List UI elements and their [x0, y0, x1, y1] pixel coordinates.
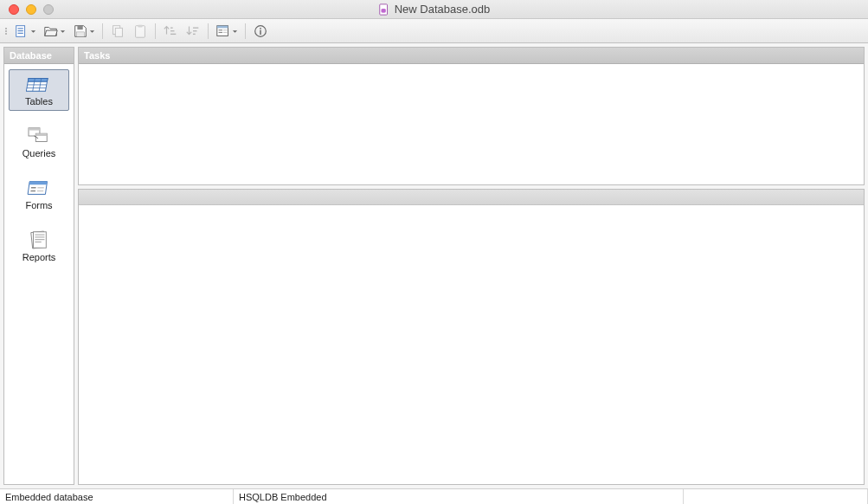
- new-button[interactable]: [11, 22, 39, 41]
- svg-rect-49: [35, 242, 41, 242]
- help-button[interactable]: [250, 22, 271, 41]
- form-icon: [215, 23, 231, 39]
- sort-desc-button: [183, 22, 203, 41]
- svg-rect-21: [219, 31, 223, 32]
- sidebar-body: Tables Queries Forms Reports: [4, 64, 74, 484]
- sidebar-item-label: Tables: [25, 96, 53, 107]
- svg-rect-19: [217, 25, 228, 28]
- sidebar-item-label: Reports: [23, 252, 56, 262]
- save-button[interactable]: [70, 22, 98, 41]
- svg-rect-23: [223, 31, 228, 32]
- svg-rect-17: [193, 33, 196, 34]
- dropdown-icon[interactable]: [232, 24, 238, 38]
- svg-rect-9: [115, 28, 122, 36]
- save-icon: [73, 23, 88, 39]
- svg-point-1: [381, 8, 385, 10]
- svg-rect-47: [35, 236, 44, 237]
- copy-button: [107, 22, 128, 41]
- info-icon: [253, 23, 268, 39]
- minimize-window-button[interactable]: [26, 4, 36, 15]
- status-spacer: [684, 489, 868, 504]
- svg-rect-15: [193, 27, 198, 28]
- sidebar-item-forms[interactable]: Forms: [9, 173, 69, 215]
- svg-rect-39: [29, 182, 48, 185]
- open-button[interactable]: [41, 22, 68, 41]
- details-header: [79, 190, 864, 205]
- svg-rect-11: [138, 24, 142, 27]
- svg-rect-28: [28, 79, 48, 82]
- main-area: Database Tables Queries Forms Reports Ta…: [0, 43, 868, 488]
- svg-point-25: [260, 27, 261, 29]
- status-db-type: Embedded database: [0, 489, 234, 504]
- paste-icon: [132, 23, 148, 39]
- tasks-header: Tasks: [79, 48, 864, 64]
- sidebar-header: Database: [4, 48, 74, 64]
- svg-rect-14: [170, 33, 176, 34]
- form-button[interactable]: [213, 22, 241, 41]
- svg-rect-40: [31, 187, 36, 188]
- reports-icon: [26, 229, 52, 250]
- svg-rect-12: [170, 27, 173, 28]
- titlebar: New Database.odb: [0, 0, 868, 19]
- svg-rect-42: [37, 187, 44, 188]
- sort-asc-icon: [163, 23, 178, 39]
- svg-rect-13: [170, 30, 175, 31]
- folder-open-icon: [43, 23, 59, 39]
- dropdown-icon[interactable]: [89, 24, 95, 38]
- status-engine: HSQLDB Embedded: [234, 489, 684, 504]
- svg-rect-46: [35, 235, 44, 236]
- sidebar-item-tables[interactable]: Tables: [9, 69, 69, 111]
- details-panel: [78, 189, 865, 485]
- dropdown-icon[interactable]: [30, 24, 36, 38]
- new-document-icon: [14, 23, 29, 39]
- toolbar: [0, 19, 868, 43]
- database-sidebar: Database Tables Queries Forms Reports: [3, 47, 74, 485]
- svg-rect-0: [379, 3, 387, 14]
- svg-rect-5: [18, 32, 23, 33]
- sort-desc-icon: [185, 23, 201, 39]
- svg-rect-48: [35, 239, 44, 240]
- queries-icon: [26, 126, 52, 146]
- svg-rect-16: [193, 30, 197, 31]
- svg-rect-41: [30, 191, 35, 191]
- tasks-panel: Tasks: [78, 47, 865, 185]
- close-window-button[interactable]: [9, 4, 19, 15]
- database-file-icon: [378, 3, 390, 16]
- paste-button: [130, 22, 151, 41]
- sidebar-item-queries[interactable]: Queries: [9, 121, 69, 163]
- svg-rect-34: [29, 128, 40, 131]
- zoom-window-button[interactable]: [43, 4, 54, 15]
- statusbar: Embedded database HSQLDB Embedded: [0, 488, 868, 504]
- sidebar-item-label: Queries: [23, 148, 56, 158]
- tables-icon: [26, 74, 52, 94]
- svg-rect-26: [260, 29, 260, 34]
- svg-rect-22: [223, 29, 228, 30]
- svg-rect-43: [37, 191, 44, 191]
- svg-rect-6: [77, 25, 82, 29]
- svg-rect-10: [136, 25, 145, 37]
- svg-rect-4: [18, 30, 23, 31]
- sort-asc-button: [160, 22, 181, 41]
- dropdown-icon[interactable]: [60, 24, 66, 38]
- toolbar-grip: [5, 28, 10, 35]
- svg-rect-7: [77, 31, 85, 36]
- svg-rect-3: [18, 28, 23, 29]
- sidebar-item-label: Forms: [25, 200, 52, 210]
- svg-rect-36: [35, 133, 47, 136]
- sidebar-item-reports[interactable]: Reports: [9, 225, 69, 267]
- copy-icon: [110, 23, 125, 39]
- window-title: New Database.odb: [0, 3, 868, 16]
- content-area: Tasks: [78, 47, 865, 485]
- forms-icon: [26, 178, 52, 198]
- window-controls: [0, 4, 54, 15]
- svg-rect-20: [219, 29, 223, 30]
